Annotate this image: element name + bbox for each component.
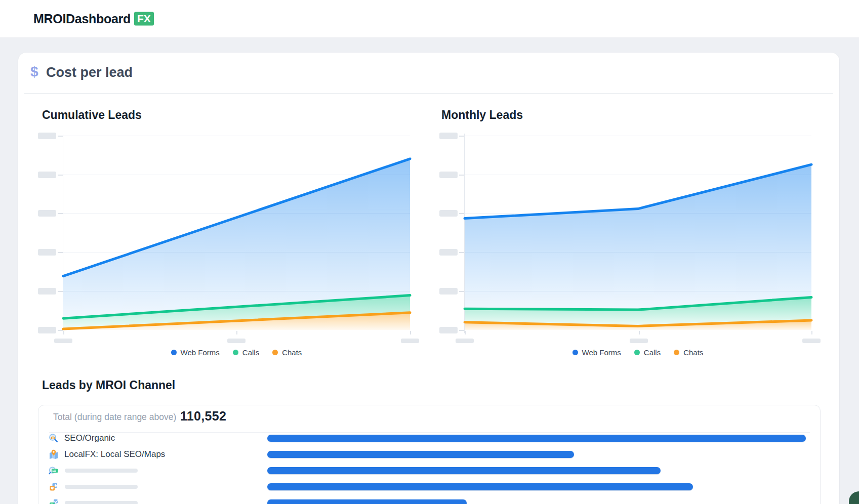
social-media-icon xyxy=(49,482,59,492)
x-tick-label-redacted xyxy=(630,339,648,343)
y-tick-label-redacted xyxy=(439,133,458,139)
channel-label-redacted xyxy=(65,469,138,473)
area-chart-monthly xyxy=(465,137,811,330)
legend-dot-webforms-icon xyxy=(171,350,177,355)
y-tick-mark xyxy=(459,213,464,214)
legend-label: Calls xyxy=(644,348,661,357)
x-tick-label-redacted xyxy=(401,339,419,343)
gridline xyxy=(63,136,410,136)
channel-bar xyxy=(267,483,693,490)
y-tick-mark xyxy=(58,291,63,292)
y-tick-label-redacted xyxy=(38,210,56,217)
card-title: Cost per lead xyxy=(46,65,133,80)
channel-label: LocalFX: Local SEO/Maps xyxy=(64,449,165,459)
channel-bar xyxy=(267,451,574,458)
total-label: Total (during date range above) xyxy=(53,412,176,423)
y-tick-label-redacted xyxy=(38,133,56,139)
page: MROIDashboard FX $ Cost per lead Cumulat… xyxy=(0,0,859,504)
y-tick-label-redacted xyxy=(38,327,56,333)
channel-bar xyxy=(267,467,661,474)
area-fill-webforms xyxy=(63,159,410,318)
legend-label: Chats xyxy=(282,348,302,357)
legend-item-webforms[interactable]: Web Forms xyxy=(171,348,220,357)
x-tick-mark xyxy=(811,331,812,334)
y-tick-mark xyxy=(459,175,464,176)
chart-legend: Web FormsCallsChats xyxy=(537,348,739,357)
legend-item-chats[interactable]: Chats xyxy=(674,348,703,357)
local-seo-maps-icon xyxy=(49,449,59,459)
channel-label: SEO/Organic xyxy=(64,433,115,443)
x-tick-mark xyxy=(465,331,466,334)
y-tick-label-redacted xyxy=(439,249,458,256)
y-tick-label-redacted xyxy=(439,210,458,217)
y-tick-mark xyxy=(58,330,63,331)
x-tick-mark xyxy=(410,331,411,334)
legend-dot-calls-icon xyxy=(634,350,640,355)
app-logo: MROIDashboard FX xyxy=(33,12,154,26)
legend-dot-chats-icon xyxy=(272,350,278,355)
y-tick-label-redacted xyxy=(439,288,458,295)
y-tick-mark xyxy=(58,136,63,137)
y-tick-mark xyxy=(459,136,464,137)
x-tick-mark xyxy=(639,331,640,334)
keyword-search-icon xyxy=(49,466,59,476)
x-tick-mark xyxy=(236,331,237,334)
y-tick-label-redacted xyxy=(439,172,458,178)
panel-divider xyxy=(49,432,810,433)
chat-widget-corner-decoration[interactable] xyxy=(849,491,859,504)
total-value: 110,552 xyxy=(180,409,226,424)
legend-dot-chats-icon xyxy=(674,350,679,355)
chart-title-monthly-leads: Monthly Leads xyxy=(441,108,523,122)
legend-item-chats[interactable]: Chats xyxy=(272,348,302,357)
y-tick-label-redacted xyxy=(38,249,56,256)
logo-badge: FX xyxy=(134,12,154,26)
legend-dot-webforms-icon xyxy=(572,350,578,355)
commerce-ads-icon xyxy=(49,498,59,504)
legend-item-calls[interactable]: Calls xyxy=(634,348,661,357)
legend-dot-calls-icon xyxy=(233,350,238,355)
channel-bar xyxy=(267,499,467,504)
legend-item-calls[interactable]: Calls xyxy=(233,348,259,357)
chart-legend: Web FormsCallsChats xyxy=(135,348,338,357)
card-header: $ Cost per lead xyxy=(24,53,833,94)
channel-bar xyxy=(267,435,806,442)
legend-label: Calls xyxy=(242,348,259,357)
y-tick-label-redacted xyxy=(38,288,56,295)
area-fill-webforms xyxy=(465,164,811,310)
x-tick-mark xyxy=(63,331,64,334)
y-tick-mark xyxy=(459,330,464,331)
seo-organic-icon xyxy=(49,433,59,443)
legend-label: Chats xyxy=(683,348,703,357)
y-tick-mark xyxy=(58,252,63,253)
channel-label-redacted xyxy=(65,485,138,489)
y-tick-label-redacted xyxy=(38,172,56,178)
dollar-icon: $ xyxy=(30,64,38,80)
y-tick-mark xyxy=(58,213,63,214)
legend-label: Web Forms xyxy=(181,348,220,357)
y-tick-mark xyxy=(58,175,63,176)
legend-label: Web Forms xyxy=(582,348,621,357)
app-header: MROIDashboard FX xyxy=(0,0,859,38)
x-tick-label-redacted xyxy=(456,339,474,343)
cost-per-lead-card: $ Cost per lead Cumulative Leads Monthly… xyxy=(18,53,839,504)
gridline xyxy=(465,136,811,136)
x-tick-label-redacted xyxy=(802,339,821,343)
logo-text: MROIDashboard xyxy=(33,12,131,26)
area-chart-cumulative xyxy=(63,137,410,330)
chart-title-cumulative-leads: Cumulative Leads xyxy=(42,108,142,122)
channel-label-redacted xyxy=(65,501,138,504)
leads-section-title: Leads by MROI Channel xyxy=(42,379,175,392)
y-tick-mark xyxy=(459,291,464,292)
x-tick-label-redacted xyxy=(54,339,72,343)
y-tick-mark xyxy=(459,252,464,253)
x-tick-label-redacted xyxy=(227,339,246,343)
legend-item-webforms[interactable]: Web Forms xyxy=(572,348,621,357)
y-tick-label-redacted xyxy=(439,327,458,333)
